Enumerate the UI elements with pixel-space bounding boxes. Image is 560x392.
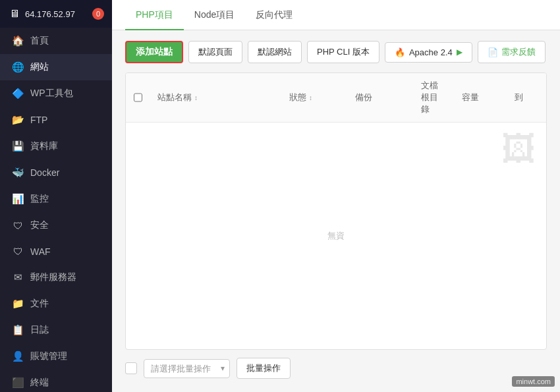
default-site-button[interactable]: 默認網站 [248, 41, 302, 63]
select-all-checkbox[interactable] [134, 93, 142, 102]
apache-arrow-icon: ▶ [457, 47, 462, 57]
sidebar: 🖥 64.176.52.97 0 🏠 首頁 🌐 網站 🔷 WP工具包 📂 FTP… [0, 0, 112, 392]
sidebar-item-website[interactable]: 🌐 網站 [0, 54, 112, 80]
sidebar-item-terminal[interactable]: ⬛ 終端 [0, 370, 112, 392]
th-expire: 到 [507, 73, 546, 122]
sidebar-label-account: 賬號管理 [30, 350, 67, 362]
sidebar-label-wp: WP工具包 [30, 88, 73, 99]
sidebar-item-ftp[interactable]: 📂 FTP [0, 107, 112, 133]
server-ip: 64.176.52.97 [25, 9, 75, 19]
website-icon: 🌐 [12, 61, 24, 73]
sidebar-label-mail: 郵件服務器 [30, 271, 76, 283]
table-header: 站點名稱 ↕ 狀態 ↕ 備份 文檔根目錄 容量 到 [126, 73, 546, 123]
apache-flame-icon: 🔥 [395, 47, 405, 57]
tab-reverse[interactable]: 反向代理 [245, 0, 303, 30]
sidebar-item-files[interactable]: 📁 文件 [0, 291, 112, 317]
tab-bar: PHP項目 Node項目 反向代理 [112, 0, 560, 30]
table-body: 🖼 無資 [126, 123, 546, 349]
sidebar-label-database: 資料庫 [30, 140, 58, 152]
sidebar-item-home[interactable]: 🏠 首頁 [0, 28, 112, 54]
files-icon: 📁 [12, 298, 24, 310]
logs-icon: 📋 [12, 324, 24, 336]
sidebar-item-logs[interactable]: 📋 日誌 [0, 317, 112, 343]
sidebar-item-mail[interactable]: ✉ 郵件服務器 [0, 264, 112, 291]
database-icon: 💾 [12, 140, 24, 152]
sidebar-nav: 🏠 首頁 🌐 網站 🔷 WP工具包 📂 FTP 💾 資料庫 🐳 Docker 📊… [0, 28, 112, 392]
empty-illustration-icon: 🖼 [501, 129, 536, 169]
sidebar-label-files: 文件 [30, 298, 49, 310]
home-icon: 🏠 [12, 35, 24, 47]
batch-select[interactable]: 請選擇批量操作刪除啟用停用 [144, 359, 230, 378]
th-backup: 備份 [347, 73, 413, 122]
sidebar-item-wp[interactable]: 🔷 WP工具包 [0, 80, 112, 107]
batch-action-button[interactable]: 批量操作 [237, 358, 291, 379]
th-status: 狀態 ↕ [281, 73, 347, 122]
tab-node[interactable]: Node項目 [184, 0, 245, 30]
sidebar-item-waf[interactable]: 🛡 WAF [0, 238, 112, 264]
toolbar: 添加站點 默認頁面 默認網站 PHP CLI 版本 🔥 Apache 2.4 ▶… [125, 41, 547, 63]
sidebar-header: 🖥 64.176.52.97 0 [0, 0, 112, 28]
sidebar-label-terminal: 終端 [30, 377, 49, 389]
tab-php[interactable]: PHP項目 [125, 0, 184, 30]
sidebar-item-docker[interactable]: 🐳 Docker [0, 159, 112, 186]
sidebar-label-docker: Docker [30, 167, 59, 178]
th-docroot: 文檔根目錄 [413, 73, 454, 122]
th-size: 容量 [454, 73, 507, 122]
default-page-button[interactable]: 默認頁面 [188, 41, 242, 63]
monitor-icon: 🖥 [9, 8, 20, 20]
sidebar-item-database[interactable]: 💾 資料庫 [0, 133, 112, 159]
sidebar-label-monitor: 監控 [30, 193, 49, 205]
sidebar-label-website: 網站 [30, 61, 49, 73]
security-icon: 🛡 [12, 220, 24, 231]
mail-icon: ✉ [12, 271, 24, 283]
wp-icon: 🔷 [12, 88, 24, 99]
notification-badge[interactable]: 0 [92, 8, 104, 20]
sort-status-icon[interactable]: ↕ [309, 94, 312, 101]
sidebar-item-monitor[interactable]: 📊 監控 [0, 186, 112, 212]
apache-version-button[interactable]: 🔥 Apache 2.4 ▶ [385, 42, 472, 63]
empty-text: 無資 [327, 230, 345, 242]
sidebar-label-ftp: FTP [30, 115, 47, 125]
php-cli-button[interactable]: PHP CLI 版本 [307, 41, 379, 63]
sidebar-label-logs: 日誌 [30, 324, 49, 336]
bottom-bar: 請選擇批量操作刪除啟用停用 批量操作 [125, 350, 547, 381]
add-site-button[interactable]: 添加站點 [125, 41, 183, 63]
bottom-checkbox[interactable] [125, 362, 137, 374]
sidebar-label-waf: WAF [30, 246, 51, 257]
sites-table: 站點名稱 ↕ 狀態 ↕ 備份 文檔根目錄 容量 到 [125, 72, 547, 350]
th-name: 站點名稱 ↕ [150, 73, 281, 122]
sidebar-item-account[interactable]: 👤 賬號管理 [0, 343, 112, 370]
feedback-button[interactable]: 📄 需求反饋 [478, 41, 546, 63]
main-content: PHP項目 Node項目 反向代理 添加站點 默認頁面 默認網站 PHP CLI… [112, 0, 560, 392]
feedback-icon: 📄 [488, 47, 498, 57]
docker-icon: 🐳 [12, 167, 24, 179]
content-area: 添加站點 默認頁面 默認網站 PHP CLI 版本 🔥 Apache 2.4 ▶… [112, 30, 560, 392]
monitor-nav-icon: 📊 [12, 193, 24, 205]
batch-select-wrapper: 請選擇批量操作刪除啟用停用 [144, 359, 230, 378]
sidebar-item-security[interactable]: 🛡 安全 [0, 212, 112, 238]
terminal-icon: ⬛ [12, 377, 24, 389]
sidebar-label-home: 首頁 [30, 35, 49, 47]
th-checkbox[interactable] [126, 73, 150, 122]
waf-icon: 🛡 [12, 246, 24, 257]
sort-name-icon[interactable]: ↕ [194, 94, 198, 101]
sidebar-label-security: 安全 [30, 219, 49, 231]
ftp-icon: 📂 [12, 114, 24, 126]
account-icon: 👤 [12, 350, 24, 362]
